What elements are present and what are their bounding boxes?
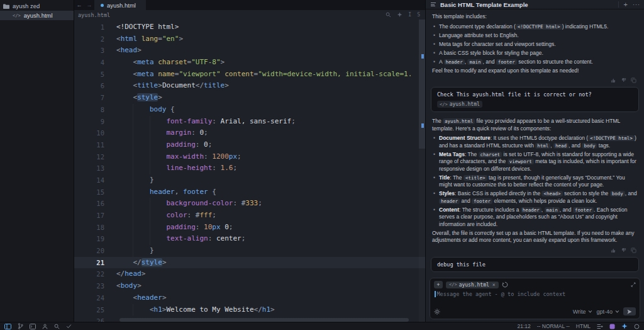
line-number[interactable]: 19 [74,233,104,245]
line-number[interactable]: 13 [74,162,104,174]
line-number[interactable]: 21 [74,257,104,269]
line-number[interactable]: 12 [74,151,104,163]
line-number[interactable]: 2 [74,33,104,45]
add-context-button[interactable]: + [434,281,443,288]
code-editor[interactable]: 1<!DOCTYPE html>2<html lang="en">3<head>… [74,20,425,322]
terminal-icon[interactable] [30,324,36,329]
code-line[interactable]: 17 color: #fff; [74,210,425,222]
copy-button[interactable] [631,248,636,253]
code-line[interactable]: 11 padding: 0; [74,139,425,151]
line-number[interactable]: 4 [74,57,104,69]
thread-scroll[interactable]: This template includes:The document type… [426,9,644,275]
search-icon[interactable] [54,324,60,329]
code-line[interactable]: 19 text-align: center; [74,233,425,245]
line-number[interactable]: 3 [74,45,104,57]
line-number[interactable]: 8 [74,104,104,116]
thumbs-down-button[interactable] [621,77,626,83]
buffer-search-icon[interactable] [386,12,391,18]
notifications-icon[interactable] [634,324,640,329]
nav-forward-icon[interactable]: → [84,0,94,10]
scrollbar-thumb[interactable] [119,318,409,322]
user-message[interactable]: debug this file [431,257,639,272]
new-thread-button[interactable]: + [624,1,628,8]
code-line[interactable]: 14 } [74,174,425,186]
line-number[interactable]: 7 [74,92,104,104]
line-number[interactable]: 26 [74,316,104,322]
code-line[interactable]: 6 <title>Document</title> [74,80,425,92]
user-message[interactable]: Check This ayush.html file it is correct… [431,87,639,112]
code-line[interactable]: 1<!DOCTYPE html> [74,21,425,33]
mode-select[interactable]: Write [573,309,591,315]
context-chip[interactable]: </>ayush.html [437,101,482,108]
project-panel-toggle-icon[interactable] [4,324,11,329]
ai-sparkle-icon[interactable] [621,323,628,329]
cursor-position[interactable]: 21:12 [517,323,530,329]
expand-composer-icon[interactable] [631,282,636,287]
code-line[interactable]: 4 <meta charset="UTF-8"> [74,57,425,69]
code-line[interactable]: 22</head> [74,268,425,280]
more-options-icon[interactable]: ··· [633,1,640,8]
code-line[interactable]: 8 body { [74,104,425,116]
send-button[interactable] [623,307,636,316]
line-number[interactable]: 9 [74,116,104,128]
tool-call-row[interactable]: Check diagnostics forayush zed/ayush.htm… [426,274,644,275]
model-select[interactable]: gpt-4o [596,309,618,315]
line-number[interactable]: 17 [74,210,104,222]
extensions-icon[interactable] [609,324,615,329]
line-number[interactable]: 5 [74,69,104,81]
line-number[interactable]: 25 [74,304,104,316]
thumbs-up-button[interactable] [611,248,616,253]
line-number[interactable]: 16 [74,198,104,210]
project-root[interactable]: ayush zed [0,1,74,11]
thumbs-up-button[interactable] [611,77,616,83]
line-number[interactable]: 6 [74,80,104,92]
code-line[interactable]: 13 line-height: 1.6; [74,162,425,174]
line-number[interactable]: 24 [74,292,104,304]
thread-menu-icon[interactable] [431,3,436,6]
line-number[interactable]: 20 [74,245,104,257]
code-line[interactable]: 18 padding: 10px 0; [74,222,425,234]
sidebar-item-ayush-html[interactable]: </> ayush.html [0,11,74,20]
code-line[interactable]: 9 font-family: Arial, sans-serif; [74,116,425,128]
code-line[interactable]: 21 </style> [74,257,425,269]
context-chip[interactable]: </> ayush.html × [446,282,499,288]
collaboration-icon[interactable] [42,324,48,329]
line-number[interactable]: 14 [74,174,104,186]
language-select[interactable]: HTML [576,323,591,329]
copy-button[interactable] [631,77,636,83]
code-line[interactable]: 12 max-width: 1200px; [74,151,425,163]
vertical-scrollbar[interactable] [419,20,425,322]
tab-ayush-html[interactable]: ayush.html [94,0,146,10]
inlay-toggle-icon[interactable] [597,324,603,329]
code-line[interactable]: 2<html lang="en"> [74,33,425,45]
code-line[interactable]: 25 <h1>Welcome to My Website</h1> [74,304,425,316]
thumbs-down-button[interactable] [621,248,626,253]
line-number[interactable]: 22 [74,268,104,280]
inline-assist-icon[interactable] [397,12,402,18]
horizontal-scrollbar[interactable] [104,318,419,322]
history-icon[interactable] [502,282,508,288]
line-number[interactable]: 23 [74,280,104,292]
line-number[interactable]: 10 [74,127,104,139]
code-line[interactable]: 24 <header> [74,292,425,304]
code-line[interactable]: 5 <meta name="viewport" content="width=d… [74,69,425,81]
diagnostics-check-icon[interactable] [66,324,72,329]
scrollbar-thumb[interactable] [419,20,425,149]
remove-context-icon[interactable]: × [492,282,496,288]
line-number[interactable]: 18 [74,222,104,234]
line-number[interactable]: 11 [74,139,104,151]
code-line[interactable]: 23<body> [74,280,425,292]
syntax-icon[interactable]: S [417,12,420,18]
line-number[interactable]: 15 [74,186,104,198]
cursor-mode-icon[interactable]: I [408,12,411,18]
git-branch-icon[interactable] [18,323,23,329]
code-line[interactable]: 15 header, footer { [74,186,425,198]
message-input[interactable]: Message the agent - @ to include context [430,290,640,305]
code-line[interactable]: 16 background-color: #333; [74,198,425,210]
code-line[interactable]: 3<head> [74,45,425,57]
settings-gear-icon[interactable] [434,309,440,315]
code-line[interactable]: 7 <style> [74,92,425,104]
nav-back-icon[interactable]: ← [74,0,84,10]
line-number[interactable]: 1 [74,21,104,33]
breadcrumb[interactable]: ayush.html [78,12,110,18]
